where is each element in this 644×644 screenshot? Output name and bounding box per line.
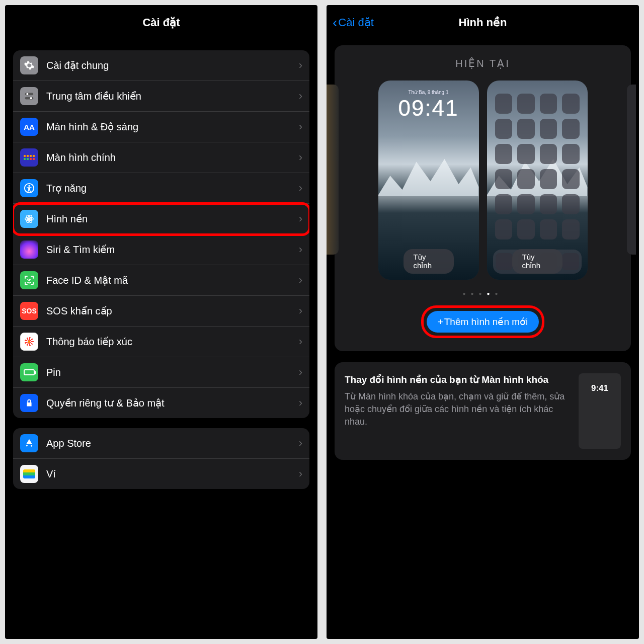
back-button[interactable]: ‹ Cài đặt: [333, 5, 374, 40]
row-label: Cài đặt chung: [46, 59, 299, 71]
panel-header: HIỆN TẠI: [344, 57, 622, 69]
chevron-right-icon: ›: [299, 304, 302, 317]
wallet-icon: [20, 465, 38, 483]
chevron-right-icon: ›: [299, 182, 302, 195]
svg-rect-0: [25, 93, 34, 96]
current-wallpaper-panel: HIỆN TẠI Thứ Ba, 9 tháng 1 09:41 Tùy chỉ…: [335, 45, 631, 351]
wallpaper-content: HIỆN TẠI Thứ Ba, 9 tháng 1 09:41 Tùy chỉ…: [327, 40, 639, 639]
chevron-right-icon: ›: [299, 437, 302, 450]
page-dot[interactable]: ●: [478, 291, 487, 296]
info-title: Thay đổi hình nền của bạn từ Màn hình kh…: [345, 373, 570, 386]
page-dot[interactable]: ●: [487, 291, 495, 296]
wallpaper-previews[interactable]: Thứ Ba, 9 tháng 1 09:41 Tùy chỉnh: [344, 80, 622, 280]
row-label: SOS khẩn cấp: [46, 305, 299, 317]
chevron-right-icon: ›: [299, 90, 302, 103]
settings-screen: Cài đặt Cài đặt chung›Trung tâm điều khi…: [5, 5, 317, 639]
info-body: Từ Màn hình khóa của bạn, chạm và giữ để…: [345, 390, 570, 429]
settings-row-privacy[interactable]: Quyền riêng tư & Bảo mật›: [13, 388, 309, 418]
row-label: Face ID & Mật mã: [46, 274, 299, 286]
back-label: Cài đặt: [338, 16, 373, 29]
lock-screen-preview[interactable]: Thứ Ba, 9 tháng 1 09:41 Tùy chỉnh: [378, 80, 479, 280]
settings-group: App Store›Ví›: [13, 428, 309, 489]
back-chevron-icon: ‹: [333, 15, 337, 31]
info-card: Thay đổi hình nền của bạn từ Màn hình kh…: [335, 362, 631, 460]
page-dot[interactable]: ●: [470, 291, 478, 296]
row-label: Trợ năng: [46, 182, 299, 194]
chevron-right-icon: ›: [299, 212, 302, 225]
privacy-icon: [20, 394, 38, 412]
svg-point-5: [28, 185, 30, 187]
page-title: Cài đặt: [142, 16, 180, 29]
siri-icon: [20, 240, 38, 259]
settings-row-siri[interactable]: Siri & Tìm kiếm›: [13, 234, 309, 265]
settings-row-general[interactable]: Cài đặt chung›: [13, 50, 309, 81]
add-wallpaper-label: Thêm hình nền mới: [444, 316, 528, 328]
chevron-right-icon: ›: [299, 396, 302, 410]
add-wallpaper-button[interactable]: +Thêm hình nền mới: [427, 311, 539, 333]
row-label: Thông báo tiếp xúc: [46, 336, 299, 348]
page-dots[interactable]: ●●●●●: [344, 291, 622, 296]
settings-group: Cài đặt chung›Trung tâm điều khiển›AAMàn…: [13, 50, 309, 418]
chevron-right-icon: ›: [299, 467, 302, 480]
row-label: App Store: [46, 438, 299, 449]
row-label: Pin: [46, 367, 299, 378]
plus-icon: +: [438, 316, 443, 328]
home-screen-preview[interactable]: Tùy chỉnh: [487, 80, 588, 280]
general-icon: [20, 56, 38, 74]
wallpaper-icon: [20, 210, 38, 228]
exposure-icon: [20, 333, 38, 351]
page-title: Hình nền: [459, 16, 507, 29]
customize-lock-button[interactable]: Tùy chỉnh: [404, 249, 454, 274]
row-label: Trung tâm điều khiển: [46, 90, 299, 102]
sos-icon: SOS: [20, 302, 38, 320]
row-label: Màn hình & Độ sáng: [46, 121, 299, 133]
svg-point-3: [30, 97, 32, 99]
row-label: Hình nền: [46, 213, 299, 225]
battery-icon: [20, 363, 38, 381]
chevron-right-icon: ›: [299, 366, 302, 379]
info-thumb-time: 9:41: [591, 383, 608, 393]
svg-point-11: [30, 279, 31, 280]
lock-time: 09:41: [378, 96, 479, 121]
settings-row-battery[interactable]: Pin›: [13, 357, 309, 388]
settings-row-faceid[interactable]: Face ID & Mật mã›: [13, 265, 309, 296]
settings-row-sos[interactable]: SOSSOS khẩn cấp›: [13, 296, 309, 327]
chevron-right-icon: ›: [299, 243, 302, 256]
home-app-grid: [495, 94, 580, 245]
wallpaper-screen: ‹ Cài đặt Hình nền HIỆN TẠI Thứ Ba, 9 th…: [327, 5, 639, 639]
chevron-right-icon: ›: [299, 274, 302, 287]
svg-rect-2: [25, 97, 34, 100]
settings-content: Cài đặt chung›Trung tâm điều khiển›AAMàn…: [5, 40, 317, 639]
header: ‹ Cài đặt Hình nền: [327, 5, 639, 40]
home-icon: [20, 148, 38, 167]
settings-row-wallpaper[interactable]: Hình nền›: [13, 204, 309, 234]
info-thumbnail: 9:41: [579, 373, 621, 449]
settings-row-display[interactable]: AAMàn hình & Độ sáng›: [13, 112, 309, 142]
control-icon: [20, 87, 38, 105]
customize-home-button[interactable]: Tùy chỉnh: [512, 249, 562, 274]
appstore-icon: [20, 434, 38, 452]
settings-row-wallet[interactable]: Ví›: [13, 459, 309, 489]
chevron-right-icon: ›: [299, 335, 302, 348]
row-label: Ví: [46, 468, 299, 480]
row-label: Màn hình chính: [46, 152, 299, 164]
settings-row-control[interactable]: Trung tâm điều khiển›: [13, 81, 309, 112]
settings-row-exposure[interactable]: Thông báo tiếp xúc›: [13, 327, 309, 357]
access-icon: [20, 179, 38, 197]
page-dot[interactable]: ●: [462, 291, 470, 296]
svg-point-1: [26, 93, 28, 95]
chevron-right-icon: ›: [299, 59, 302, 72]
row-label: Siri & Tìm kiếm: [46, 244, 299, 256]
add-wallpaper-highlight: +Thêm hình nền mới: [421, 305, 545, 338]
settings-row-home[interactable]: Màn hình chính›: [13, 142, 309, 173]
display-icon: AA: [20, 118, 38, 136]
settings-row-appstore[interactable]: App Store›: [13, 428, 309, 459]
svg-point-6: [28, 217, 31, 220]
page-dot[interactable]: ●: [495, 291, 503, 296]
chevron-right-icon: ›: [299, 120, 302, 133]
header: Cài đặt: [5, 5, 317, 40]
chevron-right-icon: ›: [299, 151, 302, 164]
lock-date: Thứ Ba, 9 tháng 1: [378, 90, 479, 95]
settings-row-access[interactable]: Trợ năng›: [13, 173, 309, 204]
row-label: Quyền riêng tư & Bảo mật: [46, 397, 299, 409]
